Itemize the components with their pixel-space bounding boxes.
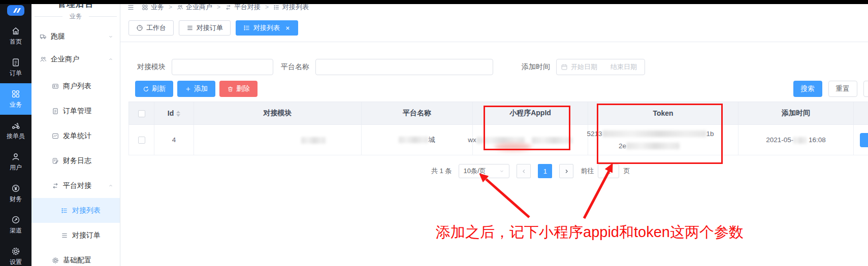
col-appid: 小程序AppId: [473, 102, 588, 125]
sidebar-item-integration-list[interactable]: 对接列表: [31, 198, 120, 223]
rail-item-home[interactable]: 首页: [0, 20, 31, 52]
divider-line: [35, 16, 62, 17]
sidebar-item-order-management[interactable]: 订单管理: [31, 98, 120, 123]
sidebar-item-basic-config[interactable]: 基础配置: [31, 248, 120, 266]
rail-item-settings[interactable]: 设置: [0, 241, 31, 266]
divider-line: [89, 16, 117, 17]
sidebar-item-enterprise-merchant[interactable]: 企业商户: [31, 49, 120, 70]
cell-id: 4: [154, 125, 194, 155]
rail-item-orders[interactable]: 订单: [0, 52, 31, 83]
rail-item-finance[interactable]: 财务: [0, 178, 31, 209]
sidebar-item-label: 订单管理: [63, 107, 91, 116]
sidebar-item-label: 发单统计: [63, 131, 91, 141]
rail-item-label: 渠道: [10, 226, 22, 235]
list-icon: [273, 4, 280, 11]
page-size-select[interactable]: 10条/页: [459, 164, 509, 178]
time-prefix: 2021-05-: [766, 136, 793, 144]
app-window: 首页 订单 业务 接单员 用户 财务 渠道 设置: [0, 0, 868, 266]
sidebar-item-label: 跑腿: [51, 32, 65, 41]
goto-page-input[interactable]: [598, 164, 619, 178]
sidebar-item-merchant-list[interactable]: 商户列表: [31, 74, 120, 98]
merchants-icon: [40, 56, 47, 63]
refresh-button[interactable]: 刷新: [135, 81, 173, 97]
row-action-button[interactable]: [860, 133, 868, 147]
module-input[interactable]: [172, 59, 273, 75]
list-icon: [243, 24, 250, 31]
next-page-button[interactable]: [559, 164, 573, 178]
channel-icon: [11, 215, 20, 224]
lines-icon: [186, 24, 194, 31]
rail-item-label: 财务: [10, 195, 22, 204]
redacted-platform-name: [399, 137, 428, 143]
cell-select: [129, 125, 154, 155]
col-token: Token: [588, 102, 738, 125]
sidebar-item-finance-log[interactable]: 财务日志: [31, 148, 120, 173]
tab-label: 对接列表: [253, 23, 280, 32]
col-module: 对接模块: [194, 102, 362, 125]
finance-icon: [11, 184, 20, 193]
platform-input[interactable]: [315, 59, 493, 75]
total-count: 共 1 条: [431, 167, 452, 176]
document-icon: [52, 108, 59, 115]
tab-label: 对接订单: [197, 23, 223, 32]
tab-integration-list[interactable]: 对接列表: [236, 20, 298, 36]
trash-icon: [227, 86, 234, 92]
sidebar-item-errand[interactable]: 跑腿: [31, 24, 120, 49]
chevron-down-icon: [108, 34, 114, 40]
breadcrumb-separator: >: [265, 4, 269, 11]
search-button[interactable]: 搜索: [793, 81, 822, 97]
goto-unit: 页: [623, 167, 630, 176]
row-checkbox[interactable]: [138, 137, 145, 144]
date-range-picker[interactable]: 开始日期 结束日期: [556, 59, 645, 75]
col-select-all: [129, 102, 154, 125]
rail-item-label: 业务: [10, 101, 22, 109]
home-icon: [11, 26, 20, 36]
col-id[interactable]: Id: [154, 102, 194, 125]
column-display-button[interactable]: 显: [863, 81, 868, 97]
reset-button[interactable]: 重置: [828, 81, 857, 97]
rail-item-courier[interactable]: 接单员: [0, 115, 31, 146]
toolbar-right: 搜索 重置 显: [793, 81, 868, 97]
sort-carets-icon[interactable]: [176, 111, 180, 117]
button-label: 搜索: [801, 84, 815, 93]
user-icon: [11, 152, 20, 161]
sidebar-menu: 跑腿 企业商户 商户列表 订单管理 发单统计 财务日志: [31, 24, 120, 266]
sidebar-item-label: 财务日志: [63, 156, 91, 165]
business-grid-icon: [11, 89, 20, 98]
sidebar-item-dispatch-stats[interactable]: 发单统计: [31, 123, 120, 148]
order-icon: [11, 58, 20, 67]
rail-item-users[interactable]: 用户: [0, 146, 31, 178]
filter-module: 对接模块: [137, 59, 273, 75]
column-label: 平台名称: [403, 109, 431, 117]
current-page[interactable]: 1: [538, 164, 552, 178]
filter-time: 添加时间 开始日期 结束日期: [522, 59, 645, 75]
col-added-time: 添加时间: [738, 102, 854, 125]
column-label: 对接模块: [264, 109, 292, 117]
module-label: 对接模块: [137, 62, 166, 72]
close-icon[interactable]: [285, 25, 291, 31]
delete-button[interactable]: 删除: [219, 81, 258, 97]
redacted-appid: [476, 137, 525, 144]
tab-label: 工作台: [146, 23, 166, 32]
top-black-bar: [0, 0, 868, 4]
rail-item-business[interactable]: 业务: [0, 83, 31, 115]
add-button[interactable]: 添加: [177, 81, 215, 97]
goto-page: 前往 页: [581, 164, 630, 178]
refresh-icon: [143, 86, 149, 92]
select-all-checkbox[interactable]: [138, 110, 145, 117]
prev-page-button[interactable]: [517, 164, 531, 178]
tab-workbench[interactable]: 工作台: [128, 20, 174, 36]
rail-item-channels[interactable]: 渠道: [0, 209, 31, 241]
sidebar-collapse-button[interactable]: [127, 4, 135, 11]
pagination: 共 1 条 10条/页 1 前往 页: [431, 164, 868, 178]
rail-item-label: 接单员: [7, 132, 25, 141]
sidebar-item-platform-integration[interactable]: 平台对接: [31, 173, 120, 198]
sidebar-item-label: 对接订单: [72, 231, 101, 240]
sidebar-item-integration-orders[interactable]: 对接订单: [31, 223, 120, 248]
rail-item-label: 设置: [10, 258, 22, 266]
people-icon: [177, 4, 183, 11]
primary-nav-rail: 首页 订单 业务 接单员 用户 财务 渠道 设置: [0, 0, 31, 266]
gear-icon: [52, 257, 59, 264]
goto-label: 前往: [581, 167, 594, 176]
tab-integration-orders[interactable]: 对接订单: [179, 20, 231, 36]
